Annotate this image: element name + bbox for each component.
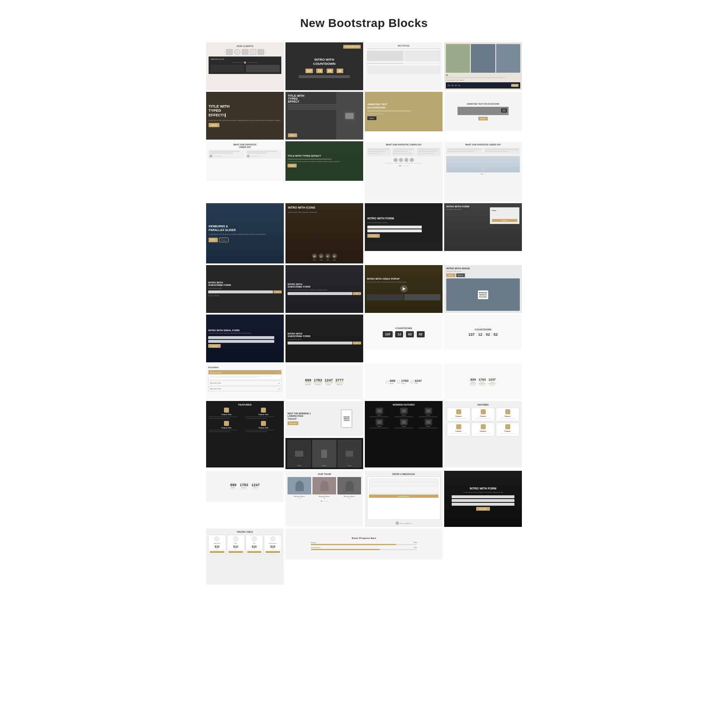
darkbar-btn[interactable]: Button <box>511 84 519 87</box>
animated-text-btn[interactable]: Button <box>367 116 376 120</box>
block-counters3[interactable]: 899 Articles total num 1783 Projects tot… <box>444 364 522 399</box>
block-intro-countdown[interactable]: SUBSCRIBE NOW INTRO WITHCOUNTDOWN 117 : … <box>285 42 363 90</box>
form-inner-label: Form <box>492 209 517 212</box>
accordion-expand2[interactable]: + <box>278 382 280 384</box>
intro-icons-title: INTRO WITH ICONS <box>288 206 361 209</box>
forest-btn[interactable]: Button <box>288 164 297 167</box>
mbf-label6: Feature <box>416 425 440 427</box>
title-typed-large-btn[interactable]: Button <box>209 123 219 127</box>
block-counters2[interactable]: 899 Articles 1783 Projects <box>365 364 443 399</box>
intro-form-final-btn[interactable]: Subscribe <box>476 507 490 511</box>
block-countdown-light1[interactable]: COUNTDOWN 137 : 12 : 02 : 02 <box>365 315 443 350</box>
block-mobirise-features[interactable]: MOBIRISE FEATURES Feature <box>365 401 443 467</box>
c3-lab3: Clients <box>488 381 496 383</box>
intro-image-btn2[interactable]: Button <box>456 273 465 277</box>
pricing-period3: /mo <box>247 548 262 550</box>
c4-val2: 1783 <box>240 483 248 487</box>
block-intro-email[interactable]: INTRO WITH EMAIL FORM Lorem ipsum dolor … <box>206 315 284 362</box>
block-pricing[interactable]: PRICING TABLE Standard $10 /mo Plus $10 … <box>206 529 284 585</box>
c4-val1: 899 <box>230 483 236 487</box>
intro-image-btn1[interactable]: Button <box>446 273 455 277</box>
block-intro-video[interactable]: INTRO WITH VIDEO POPUP Lorem ipsum dolor… <box>365 265 443 313</box>
pricing-price3: $10 <box>247 545 262 548</box>
fl-lab3: Feature <box>497 415 518 417</box>
intro-video-title: INTRO WITH VIDEO POPUP <box>367 278 440 280</box>
block-features-light[interactable]: FEATURES Feature Feature Feature <box>444 401 522 467</box>
block-fantastic-sm[interactable]: WHAT OUR FANTASTICUSERS SAY <box>206 141 284 181</box>
kenburns-title: KENBURNS &PARALLAX SLIDER <box>209 224 281 232</box>
accordion-expand3[interactable]: + <box>278 388 280 390</box>
kenburns-btn1[interactable]: Button <box>209 238 218 242</box>
sub2-btn[interactable]: Go <box>356 342 358 344</box>
block-intro-form-med[interactable]: INTRO WITH FORM Lorem ipsum dolor sit am… <box>444 203 522 251</box>
page-title: New Bootstrap Blocks <box>206 17 522 30</box>
block-title-typed-large[interactable]: TITLE WITHTYPEDEFFECT! Lorem ipsum dolor… <box>206 92 284 140</box>
accordion-expand1[interactable]: − <box>278 371 280 374</box>
block-our-team[interactable]: OUR TEAM Member Name Title Member Name <box>285 471 363 527</box>
counter1-lab4: Awards <box>335 384 344 386</box>
form-btn-label[interactable]: Submit <box>502 219 507 221</box>
mbf-label3: Feature <box>416 414 440 416</box>
meet-mobirise-btn[interactable]: Download <box>288 421 298 425</box>
counter1-lab2: Projects <box>314 384 322 386</box>
block-intro-image[interactable]: INTRO WITH IMAGE Lorem ipsum dolor sit a… <box>444 265 522 313</box>
drop-send-btn[interactable]: Send Message <box>398 495 409 497</box>
block-counters4[interactable]: 899 Articles 1783 Projects 1247 Clients <box>206 471 284 502</box>
subscribe-inline-btn[interactable]: Go <box>277 291 278 293</box>
intro-form-final-title: INTRO WITH FORM <box>470 487 496 490</box>
block-what-fantastic-med[interactable]: WHAT OUR FANTASTIC USERS SAY <box>444 141 522 202</box>
block-progress-bars[interactable]: Basic Progress Bars Design 80% Devel <box>285 529 443 560</box>
block-counters1[interactable]: 899 Articles 1783 Projects 1247 Clients <box>285 364 363 399</box>
intro-form-sm-btn[interactable]: Subscribe <box>367 234 380 238</box>
block-drop-message[interactable]: DROP A MESSAGE Send Message Phone / Addr… <box>365 471 443 527</box>
block-countdown-dark[interactable]: ANIMATED TEXT BACKGROUND Button <box>444 92 522 131</box>
block-intro-subscribe[interactable]: INTRO WITHSUBSCRIBE FORM Lorem ipsum dol… <box>206 265 284 313</box>
animated-text-dark-btn[interactable]: Button <box>478 117 488 121</box>
block-accordion[interactable]: Accordion Accordion Item − Accordion Ite… <box>206 364 284 399</box>
block-multipage[interactable]: MULTIPAGE <box>365 42 443 90</box>
mbf-label5: Feature <box>392 425 416 427</box>
title-typed-sm-btn[interactable]: Button <box>288 133 297 137</box>
block-title-typed-sm[interactable]: TITLE WITHTYPEDEFFECT Button <box>285 92 363 140</box>
cd1-s: 02 <box>417 331 425 337</box>
block-title-typed-forest[interactable]: TITLE WITH TYPED EFFECT Lorem ipsum dolo… <box>285 141 363 181</box>
subscribe-now-btn[interactable]: SUBSCRIBE NOW <box>343 45 361 49</box>
block-intro-form-final[interactable]: INTRO WITH FORM Lorem ipsum dolor sit am… <box>444 471 522 527</box>
block-mobirise-features-img[interactable]: Desktop Mobile Laptop <box>285 438 363 469</box>
intro-icons-sub: Lorem ipsum dolor sit amet consectetur. <box>288 211 361 214</box>
intro-email-title: INTRO WITH EMAIL FORM <box>208 329 282 332</box>
kenburns-btn2[interactable]: Button <box>219 238 229 242</box>
photos-stat: 01 <box>446 74 520 76</box>
feat-label3: Feature Title <box>209 427 244 429</box>
block-meet-mobirise[interactable]: MEET THE MOBIRISE 3LANDING PAGETOOLKIT D… <box>285 401 363 436</box>
counter1-val1: 899 <box>305 378 311 382</box>
block-animated-text[interactable]: ANIMATED TEXTBACKGROUND Lorem ipsum dolo… <box>365 92 443 131</box>
pricing-price1: $10 <box>210 545 224 548</box>
mbf-label2: Feature <box>392 414 416 416</box>
intro-subscribe-name: NICOLE WINE <box>208 295 282 297</box>
block-intro-icons[interactable]: INTRO WITH ICONS Lorem ipsum dolor sit a… <box>285 203 363 263</box>
block-intro-sub2[interactable]: INTRO WITHSUBSCRIBE FORM Lorem ipsum dol… <box>285 315 363 362</box>
forest-sub: Lorem ipsum dolor sit amet consectetur a… <box>288 160 340 163</box>
block-fantastic-lg[interactable]: WHAT OUR FANTASTIC USERS SAY <box>365 141 443 202</box>
block-intro-form-sm[interactable]: INTRO WITH FORM Lorem ipsum dolor sit am… <box>365 203 443 251</box>
intro-subscribe-sub: Lorem ipsum dolor <box>208 287 282 289</box>
accordion-item3: Accordion Item <box>210 388 221 390</box>
intro-email-btn[interactable]: Subscribe <box>208 344 221 348</box>
cd-mins: 25 <box>327 69 333 73</box>
block-countdown-light2[interactable]: COUNTDOWN 137 : 12 : 02 : 52 <box>444 315 522 350</box>
block-intro-sub-form[interactable]: INTRO WITHSUBSCRIBE FORM Lorem ipsum dol… <box>285 265 363 313</box>
intro-form-sm-title: INTRO WITH FORM <box>367 216 440 220</box>
progress-label1: Design <box>311 541 316 544</box>
intro-video-sub: Lorem ipsum dolor sit amet consectetur a… <box>367 281 440 283</box>
block-our-clients[interactable]: OUR CLIENTS ‹ › TIMELINE BLOCK <box>206 42 284 90</box>
team-role2: Title <box>323 497 326 499</box>
icon-label-3: Label <box>325 259 330 261</box>
progress-label2: Development <box>311 546 321 548</box>
block-photos-top[interactable]: 01 Lorem ipsum text caption 115 : 05 : 5… <box>444 42 522 90</box>
mobile-screen-label: MOBIRISEWEBSITEBUILDER <box>343 416 351 422</box>
block-kenburns[interactable]: KENBURNS &PARALLAX SLIDER Lorem ipsum do… <box>206 203 284 263</box>
block-features-dark[interactable]: FEATURES Feature Title Feature Title <box>206 401 284 467</box>
blocks-grid: OUR CLIENTS ‹ › TIMELINE BLOCK <box>206 42 522 585</box>
sub-form-btn[interactable]: Go <box>356 293 358 295</box>
